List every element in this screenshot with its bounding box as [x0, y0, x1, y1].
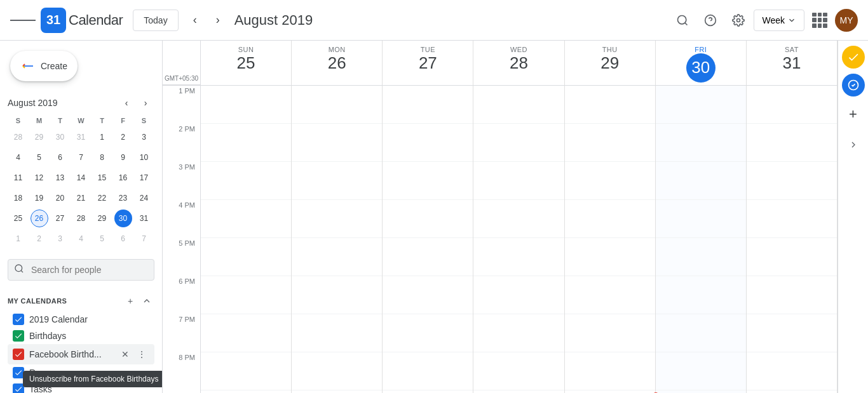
date-number[interactable]: 29 [565, 53, 655, 73]
mini-cal-day[interactable]: 28 [8, 127, 29, 147]
mini-cal-day[interactable]: 13 [50, 168, 71, 188]
hour-cell[interactable] [656, 200, 746, 238]
hour-cell[interactable] [747, 276, 837, 314]
hour-cell[interactable] [201, 276, 291, 314]
create-button[interactable]: Create [10, 51, 78, 81]
mini-cal-day[interactable]: 6 [112, 229, 133, 249]
search-people-input[interactable] [8, 259, 154, 281]
mini-cal-day[interactable]: 23 [112, 188, 133, 208]
mini-cal-day[interactable]: 14 [71, 168, 92, 188]
mini-cal-day[interactable]: 10 [133, 147, 154, 168]
my-calendars-header[interactable]: My calendars + [8, 291, 154, 311]
mini-cal-day[interactable]: 20 [50, 188, 71, 208]
hour-cell[interactable] [201, 200, 291, 238]
hour-cell[interactable] [383, 162, 473, 200]
mini-cal-day[interactable]: 26 [29, 208, 50, 229]
mini-cal-day[interactable]: 18 [8, 188, 29, 208]
mini-cal-day[interactable]: 6 [50, 147, 71, 168]
mini-cal-day[interactable]: 5 [92, 229, 112, 249]
my-calendars-collapse[interactable] [139, 293, 154, 309]
date-number[interactable]: 26 [292, 53, 382, 73]
my-calendars-add[interactable]: + [123, 293, 138, 309]
search-button[interactable] [670, 8, 695, 33]
mini-cal-day[interactable]: 8 [92, 147, 112, 168]
day-column[interactable] [473, 86, 564, 393]
hour-cell[interactable] [656, 276, 746, 314]
hour-cell[interactable] [656, 86, 746, 124]
hour-cell[interactable] [656, 390, 746, 393]
my-calendar-item[interactable]: Facebook Birthd...✕⋮Unsubscribe from Fac… [8, 344, 154, 364]
right-panel-add-button[interactable]: + [841, 102, 866, 127]
hour-cell[interactable] [383, 200, 473, 238]
mini-cal-day[interactable]: 1 [8, 229, 29, 249]
hour-cell[interactable] [473, 276, 564, 314]
view-selector[interactable]: Week [754, 10, 804, 31]
mini-cal-day[interactable]: 24 [133, 188, 154, 208]
next-nav-button[interactable]: › [207, 9, 229, 32]
hour-cell[interactable] [747, 200, 837, 238]
hour-cell[interactable] [656, 314, 746, 352]
hour-cell[interactable] [201, 314, 291, 352]
day-column[interactable] [383, 86, 473, 393]
date-number[interactable]: 30 [686, 53, 715, 83]
hour-cell[interactable] [747, 162, 837, 200]
date-number[interactable]: 27 [383, 53, 473, 73]
right-panel-task-icon[interactable] [842, 46, 865, 69]
hour-cell[interactable] [473, 314, 564, 352]
today-button[interactable]: Today [133, 10, 178, 31]
mini-cal-prev[interactable]: ‹ [118, 94, 135, 112]
hour-cell[interactable] [565, 352, 655, 390]
hour-cell[interactable] [383, 276, 473, 314]
hour-cell[interactable] [292, 276, 382, 314]
mini-cal-day[interactable]: 17 [133, 168, 154, 188]
hour-cell[interactable] [565, 162, 655, 200]
right-panel-expand[interactable] [841, 132, 866, 157]
mini-cal-day[interactable]: 7 [71, 147, 92, 168]
mini-cal-day[interactable]: 4 [8, 147, 29, 168]
hour-cell[interactable] [292, 314, 382, 352]
mini-cal-day[interactable]: 2 [29, 229, 50, 249]
help-button[interactable] [698, 8, 723, 33]
mini-cal-day[interactable]: 28 [71, 208, 92, 229]
hour-cell[interactable] [383, 238, 473, 276]
more-options-button[interactable]: ⋮ [134, 347, 149, 362]
day-column[interactable] [201, 86, 292, 393]
mini-cal-day[interactable]: 31 [71, 127, 92, 147]
right-panel-check-icon[interactable] [842, 74, 865, 97]
hour-cell[interactable] [565, 238, 655, 276]
day-column[interactable] [747, 86, 837, 393]
hour-cell[interactable] [292, 86, 382, 124]
mini-cal-day[interactable]: 9 [112, 147, 133, 168]
mini-cal-day[interactable]: 7 [133, 229, 154, 249]
hour-cell[interactable] [201, 124, 291, 162]
hour-cell[interactable] [292, 390, 382, 393]
hour-cell[interactable] [473, 390, 564, 393]
mini-cal-day[interactable]: 3 [133, 127, 154, 147]
hour-cell[interactable] [747, 238, 837, 276]
mini-cal-next[interactable]: › [137, 94, 154, 112]
hour-cell[interactable] [201, 352, 291, 390]
mini-cal-day[interactable]: 27 [50, 208, 71, 229]
unsubscribe-button[interactable]: ✕ [118, 347, 133, 362]
hour-cell[interactable] [292, 352, 382, 390]
hour-cell[interactable] [565, 390, 655, 393]
hour-cell[interactable] [383, 352, 473, 390]
mini-cal-day[interactable]: 30 [50, 127, 71, 147]
mini-cal-day[interactable]: 5 [29, 147, 50, 168]
mini-cal-day[interactable]: 3 [50, 229, 71, 249]
date-number[interactable]: 25 [201, 53, 291, 73]
date-number[interactable]: 31 [747, 53, 837, 73]
mini-cal-day[interactable]: 21 [71, 188, 92, 208]
hour-cell[interactable] [565, 314, 655, 352]
hour-cell[interactable] [201, 86, 291, 124]
mini-cal-day[interactable]: 29 [92, 208, 112, 229]
mini-cal-day[interactable]: 2 [112, 127, 133, 147]
hour-cell[interactable] [201, 390, 291, 393]
hour-cell[interactable] [473, 86, 564, 124]
mini-cal-day[interactable]: 15 [92, 168, 112, 188]
date-number[interactable]: 28 [473, 53, 564, 73]
settings-button[interactable] [726, 8, 751, 33]
mini-cal-day[interactable]: 29 [29, 127, 50, 147]
hour-cell[interactable] [383, 124, 473, 162]
hour-cell[interactable] [473, 162, 564, 200]
